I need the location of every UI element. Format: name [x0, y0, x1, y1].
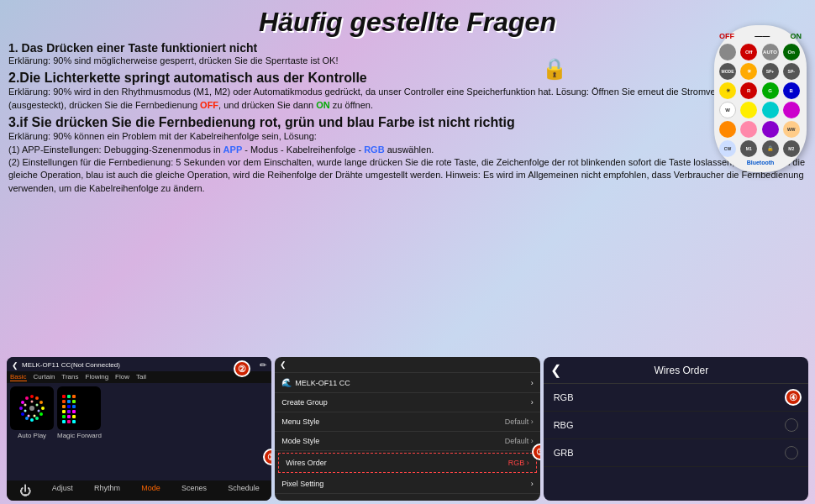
screen2-header: ❮: [275, 357, 539, 373]
svg-point-1: [30, 395, 34, 398]
svg-point-13: [31, 401, 34, 403]
tab-flow[interactable]: Flow: [115, 373, 129, 381]
effect-autoplay[interactable]: Auto Play: [10, 386, 54, 439]
remote-btn-g[interactable]: G: [762, 82, 779, 99]
effects-container: Auto Play: [7, 383, 271, 443]
menu-create-group[interactable]: Create Group ›: [275, 393, 539, 412]
remote-btn-on[interactable]: On: [783, 44, 800, 60]
menu-pixel-setting[interactable]: Pixel Setting ›: [275, 475, 539, 494]
faq-2-text: Erklärung: 90% wird in den Rhythmusmodus…: [8, 86, 807, 112]
menu-wires-order-value: RGB ›: [508, 459, 529, 467]
remote-control: OFF —— ON Off AUTO On MODE ☀ SP+ SP- ☀ R…: [714, 25, 807, 172]
remote-divider: ——: [755, 32, 770, 40]
remote-btn-ww[interactable]: WW: [783, 121, 800, 138]
remote-btn-bright[interactable]: ☀: [719, 82, 736, 99]
tab-tail[interactable]: Tail: [136, 373, 146, 381]
remote-btn-magenta[interactable]: [783, 102, 800, 118]
menu-wires-order[interactable]: Wires Order RGB ›: [278, 453, 536, 473]
wire-grb-radio: [785, 446, 798, 459]
remote-btn-mode[interactable]: MODE: [719, 63, 736, 80]
screen1-edit-icon[interactable]: ✏: [260, 360, 266, 370]
bottom-adjust-icon[interactable]: Adjust: [52, 484, 73, 497]
svg-rect-34: [72, 405, 76, 408]
svg-rect-24: [62, 415, 66, 418]
bottom-scenes-icon[interactable]: Scenes: [181, 484, 207, 497]
svg-rect-30: [67, 415, 71, 418]
remote-btn-b[interactable]: B: [783, 82, 800, 99]
remote-btn-speeddn[interactable]: SP-: [783, 63, 800, 80]
annotation-4: ④: [785, 389, 802, 406]
svg-rect-22: [62, 405, 66, 408]
wire-rbg-label: RBG: [554, 420, 574, 430]
remote-buttons-grid: Off AUTO On MODE ☀ SP+ SP- ☀ R G B W WW …: [719, 44, 802, 157]
menu-wires-order-label: Wires Order: [286, 459, 327, 467]
svg-rect-29: [67, 410, 71, 413]
wire-option-rbg[interactable]: RBG: [544, 412, 808, 439]
svg-point-9: [21, 412, 24, 416]
menu-menu-style[interactable]: Menu Style Default ›: [275, 412, 539, 432]
screen1-back-icon[interactable]: ❮: [12, 361, 18, 370]
menu-device-arrow: ›: [531, 379, 534, 387]
remote-btn-cw[interactable]: CW: [719, 140, 736, 157]
remote-btn-placeholder: [719, 44, 736, 60]
svg-rect-25: [62, 420, 66, 423]
svg-point-5: [39, 412, 43, 416]
effect-magic-box: [57, 386, 101, 430]
faq-2-heading: 2.Die Lichterkette springt automatisch a…: [8, 71, 807, 86]
remote-btn-off[interactable]: Off: [740, 44, 757, 60]
remote-btn-orange[interactable]: [719, 121, 736, 138]
remote-bluetooth-label: Bluetooth: [719, 160, 802, 165]
svg-point-2: [35, 396, 39, 400]
remote-btn-m1[interactable]: M1: [740, 140, 757, 157]
menu-mode-style[interactable]: Mode Style Default ›: [275, 432, 539, 451]
menu-device-name[interactable]: 🌊 MELK-OF11 CC ›: [275, 373, 539, 393]
svg-point-8: [25, 417, 29, 420]
menu-menu-style-value: Default ›: [505, 417, 534, 426]
remote-btn-pink[interactable]: [740, 121, 757, 138]
wire-rbg-radio: [785, 418, 798, 432]
bottom-rhythm-icon[interactable]: Rhythm: [94, 484, 120, 497]
bottom-schedule-icon[interactable]: Schedule: [228, 484, 260, 497]
remote-btn-purple[interactable]: [762, 121, 779, 138]
phone-screen-1: ❮ MELK-OF11 CC(Not Connected) ✏ Basic Cu…: [7, 357, 271, 501]
phone-screen-2: ❮ 🌊 MELK-OF11 CC › Create Group › Menu S…: [275, 357, 539, 501]
svg-point-14: [36, 404, 39, 407]
page-title: Häufig gestellte Fragen: [0, 0, 815, 41]
screen3-title: Wires Order: [561, 365, 802, 376]
remote-btn-r[interactable]: R: [740, 82, 757, 99]
remote-btn-m2[interactable]: M2: [783, 140, 800, 157]
bottom-power-icon[interactable]: ⏻: [19, 484, 31, 497]
menu-mode-style-label: Mode Style: [281, 437, 319, 445]
faq-3-text: Erklärung: 90% können ein Problem mit de…: [8, 130, 807, 195]
remote-btn-cyan[interactable]: [762, 102, 779, 118]
svg-point-11: [21, 401, 24, 404]
screen1-tabs: Basic Curtain Trans Flowing Flow Tail: [7, 371, 271, 383]
tab-flowing[interactable]: Flowing: [86, 373, 109, 381]
screen1-header: ❮ MELK-OF11 CC(Not Connected) ✏: [7, 357, 271, 371]
svg-rect-35: [72, 410, 76, 413]
remote-btn-sun[interactable]: ☀: [740, 63, 757, 80]
wire-option-grb[interactable]: GRB: [544, 439, 808, 467]
screen2-back-icon[interactable]: ❮: [280, 360, 287, 369]
tab-trans[interactable]: Trans: [61, 373, 78, 381]
annotation-1: ①: [263, 449, 271, 465]
remote-off-label: OFF: [719, 32, 734, 40]
tab-basic[interactable]: Basic: [10, 373, 27, 381]
tab-curtain[interactable]: Curtain: [34, 373, 55, 381]
screen1-bottom-bar: ⏻ Adjust Rhythm Mode Scenes Schedule: [7, 480, 271, 501]
wire-grb-label: GRB: [554, 448, 574, 458]
remote-btn-auto[interactable]: AUTO: [762, 44, 779, 60]
remote-btn-yellow[interactable]: [740, 102, 757, 118]
remote-btn-speedup[interactable]: SP+: [762, 63, 779, 80]
svg-point-3: [39, 401, 43, 404]
effect-magic-label: Magic Forward: [57, 432, 102, 439]
faq-item-2: 2.Die Lichterkette springt automatisch a…: [8, 71, 807, 112]
remote-btn-lock[interactable]: 🔒: [762, 140, 779, 157]
menu-create-group-label: Create Group: [281, 398, 328, 407]
wire-option-rgb[interactable]: RGB ✓: [544, 384, 808, 412]
effect-magic-forward[interactable]: Magic Forward: [57, 386, 102, 439]
screen3-back-icon[interactable]: ❮: [550, 362, 561, 378]
svg-rect-23: [62, 410, 66, 413]
remote-btn-w[interactable]: W: [719, 102, 736, 118]
bottom-mode-icon[interactable]: Mode: [141, 484, 160, 497]
